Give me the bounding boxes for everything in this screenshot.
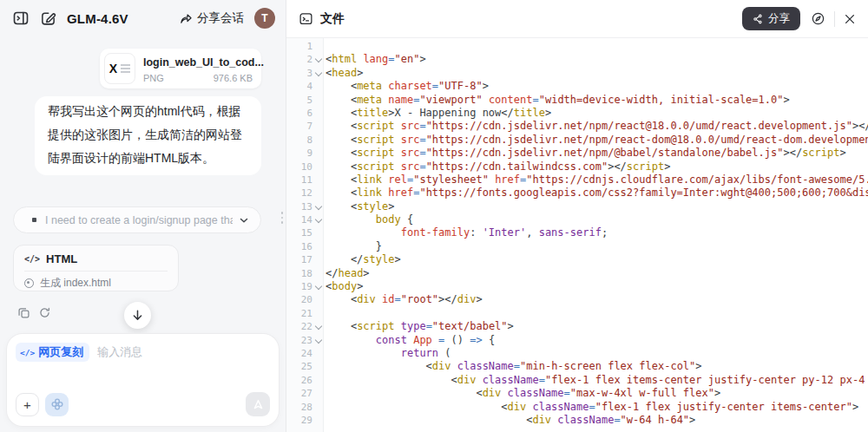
fold-gutter (312, 147, 324, 160)
file-type: PNG (143, 73, 164, 83)
fold-gutter (312, 107, 324, 120)
code-line: 1 (286, 40, 868, 53)
code-line-content (324, 40, 868, 53)
code-line-content: } (324, 240, 868, 253)
new-chat-icon[interactable] (40, 10, 56, 27)
code-line: 5 <meta name="viewport" content="width=d… (286, 94, 868, 107)
line-number: 17 (286, 253, 312, 266)
code-line: 18</head> (286, 267, 868, 280)
file-meta: login_web_UI_to_cod... PNG 976.6 KB (143, 54, 253, 83)
message-composer[interactable]: </> 网页复刻 输入消息 + (7, 334, 279, 426)
code-line-content: return ( (324, 347, 868, 360)
line-number: 2 (286, 53, 312, 66)
line-number: 18 (286, 267, 312, 280)
code-line-content: <script type="text/babel"> (324, 320, 868, 333)
send-button[interactable] (246, 392, 270, 416)
fold-chevron-icon[interactable] (312, 53, 324, 66)
code-lines: 12<html lang="en">3<head>4 <meta charset… (286, 38, 868, 427)
line-number: 23 (286, 334, 312, 347)
line-number: 25 (286, 360, 312, 373)
line-number: 19 (286, 280, 312, 293)
agent-mode-button[interactable] (45, 393, 69, 416)
fold-chevron-icon[interactable] (312, 213, 324, 226)
code-line: 23 const App = () => { (286, 334, 868, 347)
code-line-content: <div className="max-w-4xl w-full flex"> (324, 387, 868, 400)
code-line: 6 <title>X - Happening now</title> (286, 107, 868, 120)
code-icon: </> (24, 254, 40, 264)
line-number: 8 (286, 134, 312, 147)
line-number: 13 (286, 200, 312, 213)
regenerate-icon[interactable] (38, 306, 51, 319)
code-line: 28 <div className="flex-1 flex justify-c… (286, 401, 868, 414)
file-size: 976.6 KB (214, 73, 253, 83)
status-dot-icon (24, 278, 34, 288)
sidebar-toggle-icon[interactable] (12, 10, 30, 27)
avatar[interactable]: T (254, 8, 275, 29)
fold-gutter (312, 414, 324, 427)
line-number: 21 (286, 307, 312, 320)
code-line: 12 <link href="https://fonts.googleapis.… (286, 187, 868, 200)
code-line-content: body { (324, 213, 868, 226)
close-icon[interactable] (844, 13, 856, 25)
header-divider (834, 11, 835, 27)
line-number: 22 (286, 320, 312, 333)
message-input-placeholder[interactable]: 输入消息 (97, 344, 142, 360)
panel-resize-handle[interactable] (279, 210, 286, 226)
bullet-icon (32, 218, 36, 222)
fold-chevron-icon[interactable] (312, 320, 324, 333)
code-line-content: <html lang="en"> (324, 53, 868, 66)
fold-gutter (312, 401, 324, 414)
html-artifact-card[interactable]: </> HTML 生成 index.html (13, 245, 179, 291)
fold-gutter (312, 187, 324, 200)
fold-gutter (312, 293, 324, 306)
code-line-content: </head> (324, 267, 868, 280)
copy-icon[interactable] (17, 306, 30, 319)
fold-gutter (312, 267, 324, 280)
app-window: GLM-4.6V 分享会话 T X login_web_UI_to_cod...… (0, 0, 868, 432)
line-number: 16 (286, 240, 312, 253)
share-conversation-button[interactable]: 分享会话 (179, 10, 244, 26)
fold-chevron-icon[interactable] (312, 200, 324, 213)
line-number: 1 (286, 40, 312, 53)
code-line: 8 <script src="https://cdn.jsdelivr.net/… (286, 134, 868, 147)
line-number: 12 (286, 187, 312, 200)
file-viewer-header: 文件 分享 (286, 0, 868, 38)
code-line-content: <script src="https://cdn.tailwindcss.com… (324, 160, 868, 173)
code-line-content: <script src="https://cdn.jsdelivr.net/np… (324, 147, 868, 160)
code-area[interactable]: 12<html lang="en">3<head>4 <meta charset… (286, 38, 868, 432)
attached-file-card[interactable]: X login_web_UI_to_cod... PNG 976.6 KB (100, 49, 261, 88)
clover-icon (50, 397, 64, 411)
code-line: 16 } (286, 240, 868, 253)
scroll-to-bottom-button[interactable] (124, 302, 151, 329)
code-line: 29 <div className="w-64 h-64"> (286, 414, 868, 427)
fold-gutter (312, 40, 324, 53)
share-file-button[interactable]: 分享 (742, 7, 800, 30)
fold-gutter (312, 226, 324, 239)
fold-gutter (312, 253, 324, 266)
fold-chevron-icon[interactable] (312, 67, 324, 80)
code-line: 11 <link rel="stylesheet" href="https://… (286, 173, 868, 187)
code-line: 7 <script src="https://cdn.jsdelivr.net/… (286, 120, 868, 133)
code-line: 24 return ( (286, 347, 868, 360)
code-line-content: <script src="https://cdn.jsdelivr.net/np… (324, 120, 868, 133)
divider (24, 271, 168, 272)
message-actions (17, 306, 51, 319)
share-arrow-icon (179, 11, 193, 25)
fold-gutter (312, 360, 324, 373)
share-conversation-label: 分享会话 (197, 10, 244, 26)
thinking-dropdown[interactable]: I need to create a login/signup page tha… (13, 206, 261, 233)
scroll-down-icon (131, 309, 144, 322)
thumbnail-lines (121, 62, 130, 75)
fold-chevron-icon[interactable] (312, 280, 324, 293)
line-number: 4 (286, 80, 312, 93)
file-name: login_web_UI_to_cod... (143, 56, 264, 69)
line-number: 3 (286, 67, 312, 80)
fold-gutter (312, 307, 324, 320)
preview-compass-icon[interactable] (811, 11, 825, 26)
line-number: 28 (286, 401, 312, 414)
code-line-content: <div className="min-h-screen flex flex-c… (324, 360, 868, 373)
add-attachment-button[interactable]: + (16, 393, 39, 416)
skill-badge[interactable]: </> 网页复刻 (16, 343, 89, 362)
fold-chevron-icon[interactable] (312, 334, 324, 347)
chevron-down-icon (238, 214, 250, 226)
